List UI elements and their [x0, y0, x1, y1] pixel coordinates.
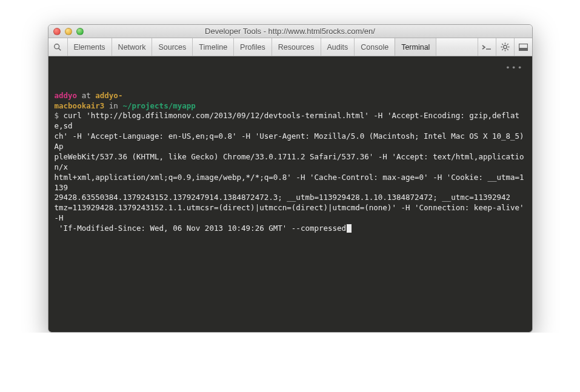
more-menu-icon[interactable]: •••	[505, 62, 523, 73]
tab-label: Terminal	[401, 43, 430, 51]
tab-strip: Elements Network Sources Timeline Profil…	[68, 38, 437, 56]
tab-label: Timeline	[199, 43, 227, 51]
svg-line-10	[502, 49, 503, 50]
devtools-window: Developer Tools - http://www.html5rocks.…	[48, 24, 533, 333]
tab-console[interactable]: Console	[355, 38, 395, 56]
svg-point-0	[55, 44, 59, 48]
devtools-toolbar: Elements Network Sources Timeline Profil…	[48, 38, 532, 56]
prompt-in: in	[104, 101, 122, 110]
toolbar-right	[478, 38, 532, 56]
search-icon[interactable]	[48, 38, 68, 56]
prompt-user: addyo	[55, 91, 78, 100]
svg-rect-13	[519, 48, 527, 51]
tab-label: Console	[361, 43, 388, 51]
prompt-host-1: addyo-	[95, 91, 122, 100]
traffic-lights	[53, 28, 84, 35]
svg-line-11	[507, 44, 508, 45]
toggle-drawer-icon[interactable]	[478, 38, 496, 56]
tab-label: Elements	[74, 43, 105, 51]
cursor-icon	[347, 224, 352, 233]
tab-label: Network	[118, 43, 146, 51]
tab-label: Audits	[327, 43, 348, 51]
command-text: curl 'http://blog.dfilimonov.com/2013/09…	[55, 111, 529, 233]
tab-label: Profiles	[240, 43, 265, 51]
prompt-path: ~/projects/myapp	[122, 101, 195, 110]
svg-line-9	[507, 49, 508, 50]
tab-network[interactable]: Network	[112, 38, 153, 56]
minimize-icon[interactable]	[65, 28, 72, 35]
svg-point-3	[503, 45, 507, 49]
window-title: Developer Tools - http://www.html5rocks.…	[48, 27, 532, 36]
svg-line-8	[502, 44, 503, 45]
prompt-host-2: macbookair3	[55, 101, 105, 110]
tab-label: Resources	[278, 43, 315, 51]
zoom-icon[interactable]	[76, 28, 84, 35]
tab-profiles[interactable]: Profiles	[234, 38, 272, 56]
tab-elements[interactable]: Elements	[68, 38, 112, 56]
shell-prompt: addyo at addyo- macbookair3 in ~/project…	[55, 91, 526, 111]
tab-audits[interactable]: Audits	[321, 38, 355, 56]
titlebar[interactable]: Developer Tools - http://www.html5rocks.…	[48, 25, 532, 38]
tab-terminal[interactable]: Terminal	[395, 38, 436, 56]
tab-resources[interactable]: Resources	[272, 38, 321, 56]
tab-timeline[interactable]: Timeline	[193, 38, 234, 56]
gear-icon[interactable]	[496, 38, 514, 56]
dock-icon[interactable]	[514, 38, 532, 56]
close-icon[interactable]	[53, 28, 61, 35]
svg-line-1	[59, 48, 61, 50]
terminal-panel[interactable]: ••• addyo at addyo- macbookair3 in ~/pro…	[48, 56, 532, 332]
tab-sources[interactable]: Sources	[152, 38, 193, 56]
prompt-at: at	[77, 91, 95, 100]
prompt-dollar: $	[55, 111, 64, 120]
tab-label: Sources	[158, 43, 186, 51]
